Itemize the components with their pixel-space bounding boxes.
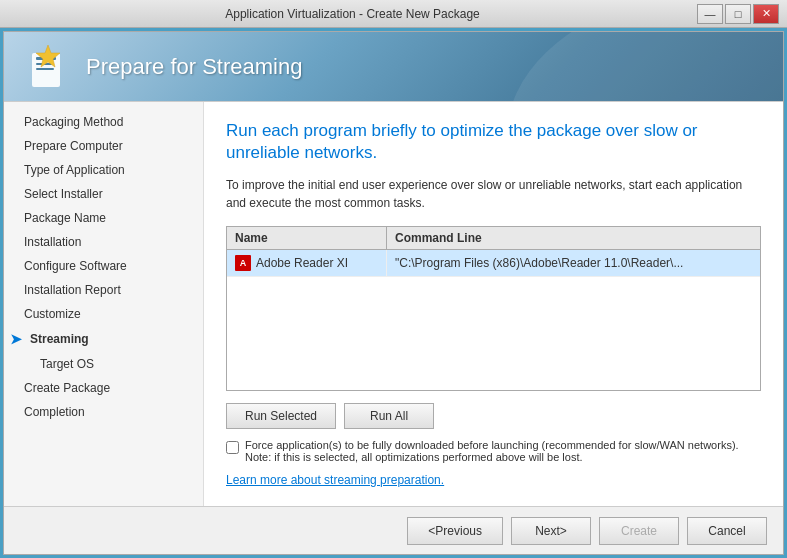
sidebar-item-packaging-method[interactable]: Packaging Method xyxy=(4,110,203,134)
sidebar-item-installation[interactable]: Installation xyxy=(4,230,203,254)
sidebar-item-label: Customize xyxy=(24,307,81,321)
streaming-wizard-icon xyxy=(24,43,72,91)
sidebar-item-label: Select Installer xyxy=(24,187,103,201)
content-area: Packaging MethodPrepare ComputerType of … xyxy=(4,102,783,506)
svg-rect-3 xyxy=(36,68,54,70)
main-heading: Run each program briefly to optimize the… xyxy=(226,120,761,164)
force-download-label: Force application(s) to be fully downloa… xyxy=(245,439,739,463)
learn-more-link[interactable]: Learn more about streaming preparation. xyxy=(226,473,761,487)
sidebar-item-label: Type of Application xyxy=(24,163,125,177)
sidebar-item-type-of-application[interactable]: Type of Application xyxy=(4,158,203,182)
sidebar: Packaging MethodPrepare ComputerType of … xyxy=(4,102,204,506)
name-column-header: Name xyxy=(227,227,387,249)
sidebar-item-target-os[interactable]: Target OS xyxy=(4,352,203,376)
close-button[interactable]: ✕ xyxy=(753,4,779,24)
table-body[interactable]: Adobe Reader XI"C:\Program Files (x86)\A… xyxy=(227,250,760,390)
table-header: Name Command Line xyxy=(227,227,760,250)
sidebar-item-create-package[interactable]: Create Package xyxy=(4,376,203,400)
sidebar-item-label: Completion xyxy=(24,405,85,419)
sidebar-item-streaming[interactable]: ➤Streaming xyxy=(4,326,203,352)
window-controls: — □ ✕ xyxy=(697,4,779,24)
application-table: Name Command Line Adobe Reader XI"C:\Pro… xyxy=(226,226,761,391)
title-bar: Application Virtualization - Create New … xyxy=(0,0,787,28)
main-description: To improve the initial end user experien… xyxy=(226,176,761,212)
sidebar-item-label: Configure Software xyxy=(24,259,127,273)
previous-button[interactable]: <Previous xyxy=(407,517,503,545)
minimize-button[interactable]: — xyxy=(697,4,723,24)
sidebar-item-installation-report[interactable]: Installation Report xyxy=(4,278,203,302)
app-name: Adobe Reader XI xyxy=(256,256,348,270)
run-all-button[interactable]: Run All xyxy=(344,403,434,429)
app-name-cell: Adobe Reader XI xyxy=(227,250,387,276)
header-title: Prepare for Streaming xyxy=(86,54,302,80)
pdf-icon xyxy=(235,255,251,271)
active-arrow-icon: ➤ xyxy=(10,331,22,347)
app-command-cell: "C:\Program Files (x86)\Adobe\Reader 11.… xyxy=(387,250,760,276)
header-banner: Prepare for Streaming xyxy=(4,32,783,102)
sidebar-item-label: Installation xyxy=(24,235,81,249)
sidebar-item-label: Create Package xyxy=(24,381,110,395)
sidebar-item-label: Streaming xyxy=(30,332,89,346)
action-buttons: Run Selected Run All xyxy=(226,403,761,429)
command-column-header: Command Line xyxy=(387,227,760,249)
sidebar-item-package-name[interactable]: Package Name xyxy=(4,206,203,230)
cancel-button[interactable]: Cancel xyxy=(687,517,767,545)
sidebar-item-label: Target OS xyxy=(40,357,94,371)
sidebar-item-label: Packaging Method xyxy=(24,115,123,129)
force-download-option: Force application(s) to be fully downloa… xyxy=(226,439,761,463)
footer: <Previous Next> Create Cancel xyxy=(4,506,783,554)
sidebar-item-configure-software[interactable]: Configure Software xyxy=(4,254,203,278)
force-download-checkbox[interactable] xyxy=(226,441,239,454)
create-button[interactable]: Create xyxy=(599,517,679,545)
maximize-button[interactable]: □ xyxy=(725,4,751,24)
main-content: Run each program briefly to optimize the… xyxy=(204,102,783,506)
sidebar-item-label: Prepare Computer xyxy=(24,139,123,153)
sidebar-item-select-installer[interactable]: Select Installer xyxy=(4,182,203,206)
run-selected-button[interactable]: Run Selected xyxy=(226,403,336,429)
sidebar-item-completion[interactable]: Completion xyxy=(4,400,203,424)
sidebar-item-label: Installation Report xyxy=(24,283,121,297)
sidebar-item-customize[interactable]: Customize xyxy=(4,302,203,326)
sidebar-item-prepare-computer[interactable]: Prepare Computer xyxy=(4,134,203,158)
table-row[interactable]: Adobe Reader XI"C:\Program Files (x86)\A… xyxy=(227,250,760,277)
sidebar-item-label: Package Name xyxy=(24,211,106,225)
window-title: Application Virtualization - Create New … xyxy=(8,7,697,21)
next-button[interactable]: Next> xyxy=(511,517,591,545)
main-window: Prepare for Streaming Packaging MethodPr… xyxy=(3,31,784,555)
